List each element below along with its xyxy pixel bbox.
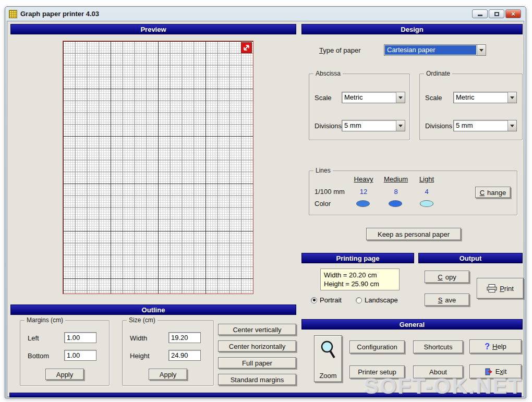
copy-button[interactable]: Copy [425,271,469,283]
type-of-paper-select[interactable]: Cartesian paper [384,44,486,56]
print-button-label: Print [500,285,514,293]
save-button[interactable]: Save [425,294,469,306]
ordinate-scale-label: Scale [425,94,442,102]
exit-button[interactable]: Exit [469,364,522,379]
keep-as-personal-paper-button[interactable]: Keep as personal paper [366,228,461,240]
exit-icon [485,368,493,376]
medium-column-header: Medium [381,175,410,183]
abscissa-divisions-select[interactable]: 5 mm [342,120,405,131]
exit-button-label: Exit [495,368,507,375]
type-of-paper-value: Cartesian paper [385,45,476,55]
light-color-swatch[interactable] [420,200,433,207]
ordinate-group-label: Ordinate [424,70,452,77]
page-height-text: Height = 25.90 cm [324,279,396,288]
diagonal-resize-icon [243,44,250,52]
standard-margins-button[interactable]: Standard margins [218,374,296,385]
maximize-icon [494,12,499,16]
ordinate-divisions-select[interactable]: 5 mm [453,120,517,131]
dropdown-arrow-icon[interactable] [507,92,516,103]
full-paper-button[interactable]: Full paper [218,357,296,369]
resize-preview-button[interactable] [241,42,252,53]
help-button[interactable]: ? Help [469,339,522,354]
height-label: Height [130,352,150,360]
window-controls: × [472,9,522,18]
type-of-paper-label: Type of paper [319,46,361,54]
abscissa-scale-select[interactable]: Metric [342,92,405,103]
help-icon: ? [485,342,490,351]
printing-page-header: Printing page [301,253,414,263]
paper-preview [63,41,253,294]
abscissa-group: Abscissa Scale Metric Divisions 5 mm [309,74,410,140]
window-title: Graph paper printer 4.03 [20,10,469,18]
about-button[interactable]: About [413,366,463,379]
print-button[interactable]: Print [477,278,524,299]
left-margin-input[interactable] [64,332,96,343]
dropdown-arrow-icon[interactable] [396,92,405,103]
ordinate-scale-value: Metric [454,92,507,103]
maximize-button[interactable] [489,9,504,18]
change-button[interactable]: Change [475,187,511,198]
width-label: Width [130,334,147,342]
app-icon [9,10,17,18]
landscape-radio[interactable]: Landscape [356,296,398,304]
lines-group-label: Lines [313,167,333,174]
bottom-accent-bar [9,393,522,397]
medium-color-swatch[interactable] [389,200,402,207]
zoom-button[interactable]: Zoom [314,335,342,382]
margins-group: Margins (cm) Left Bottom Apply [20,320,110,386]
size-group: Size (cm) Width Height Apply [122,320,214,386]
printer-icon [487,284,497,293]
ordinate-group: Ordinate Scale Metric Divisions 5 mm [419,74,523,140]
close-button[interactable]: × [505,9,521,18]
size-apply-button[interactable]: Apply [149,369,187,380]
screen: Graph paper printer 4.03 × Preview [0,0,532,402]
outline-header: Outline [10,304,296,315]
width-input[interactable] [168,332,201,343]
window-body: Preview Outline Margins (cm) [7,21,524,397]
bottom-margin-input[interactable] [64,350,96,361]
abscissa-scale-value: Metric [342,92,396,103]
portrait-label: Portrait [320,296,342,304]
medium-thickness-value: 8 [381,188,410,196]
app-window: Graph paper printer 4.03 × Preview [5,6,526,398]
margins-apply-button[interactable]: Apply [45,369,84,380]
page-size-info-box: Width = 20.20 cm Height = 25.90 cm [320,269,400,290]
radio-unselected-icon [356,297,362,303]
title-bar: Graph paper printer 4.03 × [7,7,524,21]
ordinate-scale-select[interactable]: Metric [453,92,517,103]
page-width-text: Width = 20.20 cm [324,271,396,279]
minimize-button[interactable] [472,9,488,18]
portrait-radio[interactable]: Portrait [311,296,342,304]
printer-setup-button[interactable]: Printer setup [349,366,405,379]
center-vertically-button[interactable]: Center vertically [218,324,296,335]
minimize-icon [478,15,482,16]
ordinate-divisions-value: 5 mm [454,120,507,131]
light-column-header: Light [415,175,439,183]
dropdown-arrow-icon[interactable] [477,45,486,55]
left-margin-label: Left [28,334,39,342]
height-input[interactable] [168,350,201,361]
magnifier-icon [319,340,337,361]
general-header: General [301,319,523,330]
heavy-color-swatch[interactable] [356,200,370,207]
zoom-button-label: Zoom [319,372,336,380]
shortcuts-button[interactable]: Shortcuts [413,340,463,354]
radio-selected-icon [311,297,317,303]
ordinate-divisions-label: Divisions [425,122,452,130]
center-horizontally-button[interactable]: Center horizontally [218,340,296,352]
dropdown-arrow-icon[interactable] [507,120,516,131]
thickness-row-label: 1/100 mm [315,188,345,196]
heavy-column-header: Heavy [350,175,377,183]
help-button-label: Help [492,343,506,350]
preview-header: Preview [10,24,296,34]
dropdown-arrow-icon[interactable] [396,120,405,131]
preview-area [10,34,296,301]
abscissa-divisions-label: Divisions [315,122,342,130]
margins-group-label: Margins (cm) [25,316,65,324]
abscissa-group-label: Abscissa [313,70,343,77]
bottom-margin-label: Bottom [28,352,49,360]
abscissa-divisions-value: 5 mm [342,120,396,131]
color-row-label: Color [315,200,331,208]
configuration-button[interactable]: Configuration [349,340,405,354]
abscissa-scale-label: Scale [315,94,332,102]
